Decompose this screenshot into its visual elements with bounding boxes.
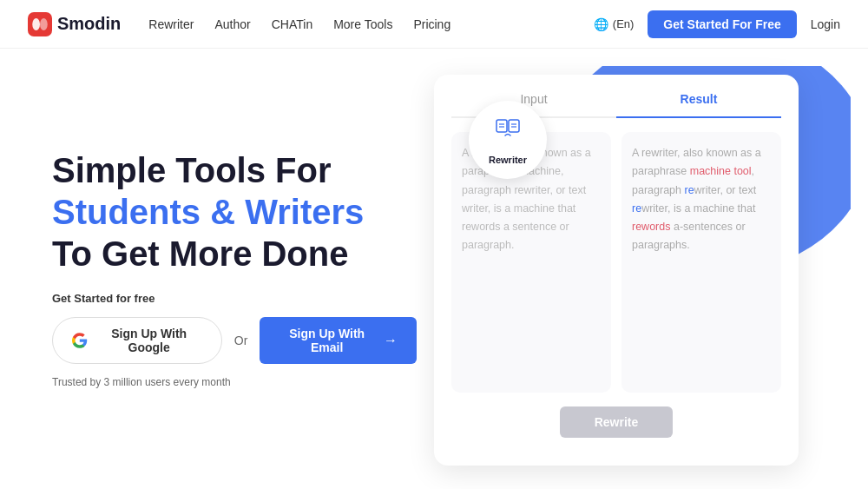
get-started-button[interactable]: Get Started For Free — [648, 10, 796, 38]
svg-point-1 — [32, 18, 40, 30]
language-label: (En) — [613, 17, 635, 30]
tab-input[interactable]: Input — [451, 92, 616, 109]
nav-links: Rewriter Author CHATin More Tools Pricin… — [148, 17, 593, 31]
nav-rewriter[interactable]: Rewriter — [148, 17, 194, 31]
login-link[interactable]: Login — [811, 17, 840, 31]
hero-left: Simple Tools For Students & Writers To G… — [52, 149, 417, 388]
rewriter-badge: Rewriter — [469, 101, 547, 179]
rewriter-badge-label: Rewriter — [489, 155, 527, 165]
highlight-rewords: rewords — [632, 221, 670, 233]
hero-buttons: Sign Up With Google Or Sign Up With Emai… — [52, 317, 417, 364]
translate-icon: 🌐 — [594, 17, 609, 32]
highlight-re2: re — [632, 202, 641, 215]
rewriter-icon — [494, 116, 522, 149]
hero-right: Rewriter Input Result A rewriter, also k… — [417, 49, 816, 489]
hero-title: Simple Tools For Students & Writers To G… — [52, 149, 417, 274]
demo-result-col: A rewriter, also known as a paraphrase m… — [621, 132, 781, 393]
highlight-re1: re — [684, 184, 694, 196]
svg-point-2 — [40, 18, 48, 30]
google-icon — [72, 332, 88, 349]
arrow-icon: → — [384, 333, 398, 348]
trust-text: Trusted by 3 million users every month — [52, 376, 417, 388]
highlight-machine-tool: machine tool — [690, 165, 752, 177]
hero-subtitle: Get Started for free — [52, 292, 417, 305]
hero-section: Simple Tools For Students & Writers To G… — [0, 49, 868, 489]
logo-text: Smodin — [57, 14, 121, 34]
email-signup-button[interactable]: Sign Up With Email → — [260, 317, 417, 364]
nav-chatin[interactable]: CHATin — [272, 17, 312, 31]
svg-text:🌐: 🌐 — [594, 17, 609, 32]
logo-icon — [28, 12, 52, 36]
nav-pricing[interactable]: Pricing — [413, 17, 450, 31]
google-signup-button[interactable]: Sign Up With Google — [52, 317, 222, 364]
tab-result[interactable]: Result — [616, 92, 781, 118]
language-selector[interactable]: 🌐 (En) — [594, 17, 635, 32]
navbar: Smodin Rewriter Author CHATin More Tools… — [0, 0, 868, 49]
hero-or: Or — [234, 334, 248, 347]
nav-right: 🌐 (En) Get Started For Free Login — [594, 10, 840, 38]
nav-author[interactable]: Author — [214, 17, 250, 31]
demo-footer: Rewrite — [451, 406, 781, 438]
svg-rect-7 — [509, 120, 519, 132]
svg-rect-6 — [496, 120, 507, 132]
logo[interactable]: Smodin — [28, 12, 121, 36]
rewrite-button[interactable]: Rewrite — [560, 406, 674, 438]
nav-more-tools[interactable]: More Tools — [333, 17, 392, 31]
